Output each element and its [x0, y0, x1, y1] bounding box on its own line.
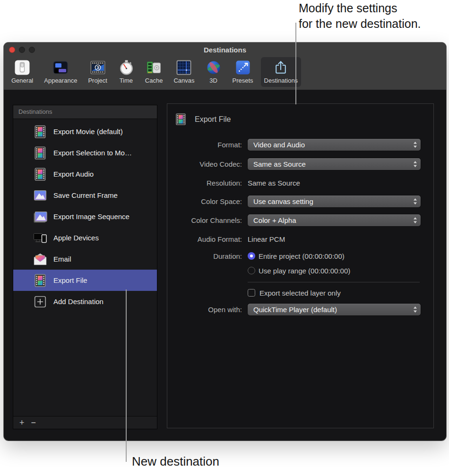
chevron-updown-icon: [413, 141, 417, 148]
stopwatch-icon: [118, 60, 134, 76]
resolution-row: Resolution: Same as Source: [167, 177, 433, 189]
sphere-3d-icon: [206, 60, 222, 76]
presets-arrow-icon: [235, 60, 251, 76]
list-item-apple-devices[interactable]: Apple Devices: [13, 227, 157, 248]
callout-bottom-text: New destination: [132, 454, 219, 469]
minimize-button[interactable]: [19, 47, 25, 53]
toolbar-item-appearance[interactable]: Appearance: [41, 57, 80, 87]
radio-option-use-play-range[interactable]: Use play range (00:00:00:00): [248, 266, 350, 275]
devices-icon: [33, 231, 47, 245]
dropdown-value: QuickTime Player (default): [253, 306, 413, 314]
screenshot-stage: Modify the settings for the new destinat…: [0, 0, 449, 476]
toolbar-item-presets[interactable]: Presets: [229, 57, 257, 87]
list-item-label: Add Destination: [53, 298, 104, 306]
callout-top-text: Modify the settings for the new destinat…: [299, 0, 421, 32]
preferences-window: Destinations General: [4, 42, 446, 441]
list-item-save-current-frame[interactable]: Save Current Frame: [13, 185, 157, 206]
toolbar-item-canvas[interactable]: Canvas: [170, 57, 198, 87]
list-item-export-movie[interactable]: Export Movie (default): [13, 121, 157, 142]
radio-option-entire-project[interactable]: Entire project (00:00:00:00): [248, 251, 345, 261]
dropdown-value: Same as Source: [253, 160, 413, 168]
film-strip-icon: [174, 113, 187, 126]
remove-destination-button[interactable]: −: [31, 418, 36, 427]
share-export-icon: [273, 60, 289, 76]
export-selected-layer-row[interactable]: Export selected layer only: [248, 289, 433, 297]
film-strip-icon: [33, 125, 47, 139]
export-selected-layer-checkbox[interactable]: [248, 289, 255, 297]
format-row: Format: Video and Audio: [167, 139, 433, 151]
list-item-export-selection[interactable]: Export Selection to Mo…: [13, 142, 157, 163]
toolbar-item-general[interactable]: General: [8, 57, 36, 87]
color-channels-dropdown[interactable]: Color + Alpha: [248, 214, 421, 226]
close-button[interactable]: [9, 47, 15, 53]
toolbar-item-time[interactable]: Time: [115, 57, 138, 87]
toolbar-label: Presets: [233, 77, 253, 84]
memory-cache-icon: [146, 60, 162, 76]
list-item-label: Export File: [53, 276, 87, 284]
add-destination-button[interactable]: +: [19, 418, 25, 427]
envelope-icon: [33, 252, 47, 266]
video-codec-dropdown[interactable]: Same as Source: [248, 158, 421, 170]
audio-format-label: Audio Format:: [167, 235, 242, 243]
canvas-grid-icon: [176, 60, 192, 76]
open-with-dropdown[interactable]: QuickTime Player (default): [248, 304, 421, 315]
panel-title: Export File: [195, 115, 231, 124]
resolution-value: Same as Source: [248, 179, 300, 187]
toolbar-label: Destinations: [264, 77, 298, 84]
film-strip-icon: [33, 273, 47, 288]
project-film-icon: 3: [90, 60, 106, 76]
list-item-email[interactable]: Email: [13, 248, 157, 270]
add-icon: [33, 295, 47, 309]
chevron-updown-icon: [413, 198, 417, 205]
color-space-label: Color Space:: [167, 197, 242, 205]
destinations-list: Export Movie (default) Export Selection …: [13, 119, 157, 416]
project-badge: 3: [96, 65, 99, 70]
zoom-button[interactable]: [29, 47, 35, 53]
toolbar-item-cache[interactable]: Cache: [142, 57, 166, 87]
toolbar-label: Project: [88, 77, 107, 84]
color-channels-row: Color Channels: Color + Alpha: [167, 214, 433, 226]
toolbar-label: Canvas: [173, 77, 194, 84]
list-item-label: Export Selection to Mo…: [53, 149, 132, 157]
toolbar-label: Appearance: [44, 77, 77, 84]
settings-form: Format: Video and Audio Video Codec:: [167, 139, 433, 315]
list-item-export-image-sequence[interactable]: Export Image Sequence: [13, 206, 157, 227]
list-item-label: Export Audio: [53, 170, 94, 178]
open-with-row: Open with: QuickTime Player (default): [167, 304, 433, 315]
video-codec-label: Video Codec:: [167, 160, 242, 168]
list-item-export-audio[interactable]: Export Audio: [13, 163, 157, 185]
format-dropdown[interactable]: Video and Audio: [248, 139, 421, 151]
sidebar-header: Destinations: [13, 105, 157, 119]
chevron-updown-icon: [413, 161, 417, 168]
radio-unselected[interactable]: [248, 267, 255, 274]
toolbar-item-project[interactable]: 3 Project: [85, 57, 110, 87]
list-item-add-destination[interactable]: Add Destination: [13, 291, 157, 312]
radio-selected[interactable]: [248, 252, 255, 260]
toolbar-label: General: [11, 77, 33, 84]
checkbox-label: Export selected layer only: [259, 289, 341, 297]
toolbar-label: Time: [120, 77, 133, 84]
title-bar[interactable]: Destinations: [4, 42, 446, 57]
toggle-switch-icon: [14, 60, 30, 76]
color-space-dropdown[interactable]: Use canvas setting: [248, 196, 421, 207]
toolbar-label: Cache: [145, 77, 163, 84]
list-item-export-file[interactable]: Export File: [13, 270, 157, 291]
dropdown-value: Use canvas setting: [253, 197, 413, 205]
duration-label: Duration:: [167, 252, 242, 260]
photo-icon: [33, 188, 47, 203]
callout-top-line1: Modify the settings: [299, 0, 421, 16]
toolbar-item-3d[interactable]: 3D: [202, 57, 225, 87]
radio-label: Use play range (00:00:00:00): [259, 267, 350, 275]
film-strip-icon: [33, 146, 47, 160]
export-file-panel: Export File Format: Video and Audio: [167, 103, 434, 428]
list-item-label: Save Current Frame: [53, 191, 118, 199]
destinations-sidebar: Destinations Export Movie (default): [13, 105, 157, 429]
callout-top-line2: for the new destination.: [299, 16, 421, 32]
dropdown-value: Video and Audio: [253, 141, 413, 149]
window-chrome: Destinations General: [4, 42, 446, 90]
traffic-lights: [9, 47, 35, 53]
window-title: Destinations: [4, 42, 446, 57]
toolbar-label: 3D: [209, 77, 217, 84]
resolution-label: Resolution:: [167, 179, 242, 187]
list-item-label: Apple Devices: [53, 234, 99, 242]
